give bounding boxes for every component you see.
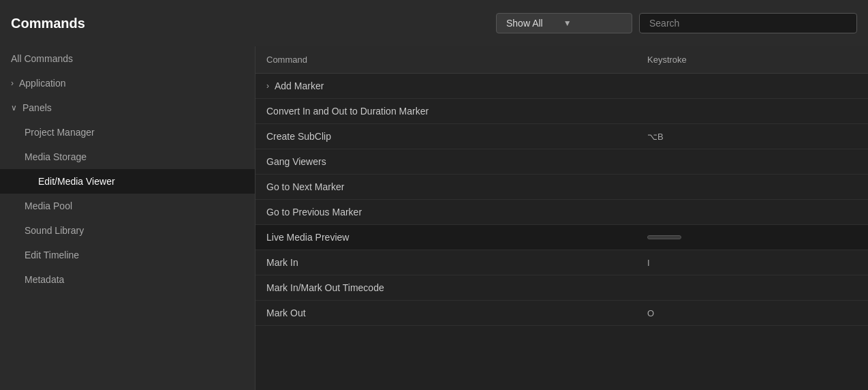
- command-label-convert-in-out: Convert In and Out to Duration Marker: [266, 106, 429, 117]
- command-name-go-next-marker: Go to Next Marker: [255, 181, 636, 192]
- keystroke-mark-out: O: [636, 308, 868, 318]
- search-input[interactable]: [639, 13, 857, 33]
- show-all-label: Show All: [506, 18, 543, 29]
- sidebar-label-edit-timeline: Edit Timeline: [25, 250, 79, 260]
- command-row-add-marker[interactable]: ›Add Marker: [255, 74, 868, 99]
- expand-icon-add-marker[interactable]: ›: [266, 81, 269, 91]
- command-list[interactable]: ›Add MarkerConvert In and Out to Duratio…: [255, 74, 868, 390]
- command-row-mark-out[interactable]: Mark OutO: [255, 301, 868, 326]
- sidebar-item-metadata[interactable]: Metadata: [0, 267, 255, 292]
- header-controls: Show All ▼: [496, 13, 857, 33]
- command-label-mark-out: Mark Out: [266, 308, 306, 318]
- command-row-go-next-marker[interactable]: Go to Next Marker: [255, 175, 868, 200]
- command-row-convert-in-out[interactable]: Convert In and Out to Duration Marker: [255, 99, 868, 124]
- sidebar-item-edit-media-viewer[interactable]: Edit/Media Viewer: [0, 169, 255, 194]
- command-name-mark-in: Mark In: [255, 257, 636, 268]
- sidebar-label-project-manager: Project Manager: [25, 127, 95, 138]
- keystroke-create-subclip: ⌥B: [636, 132, 868, 142]
- col-keystroke-header: Keystroke: [636, 52, 868, 68]
- sidebar-label-media-pool: Media Pool: [25, 200, 72, 211]
- command-name-mark-in-out-timecode: Mark In/Mark Out Timecode: [255, 282, 636, 293]
- command-row-gang-viewers[interactable]: Gang Viewers: [255, 149, 868, 175]
- command-label-live-media-preview: Live Media Preview: [266, 232, 349, 243]
- chevron-down-icon: ▼: [563, 18, 572, 28]
- command-row-mark-in[interactable]: Mark InI: [255, 250, 868, 275]
- command-row-create-subclip[interactable]: Create SubClip⌥B: [255, 124, 868, 149]
- command-label-add-marker: Add Marker: [275, 80, 324, 91]
- command-row-go-prev-marker[interactable]: Go to Previous Marker: [255, 200, 868, 225]
- arrow-icon-panels: ∨: [11, 103, 17, 112]
- sidebar-label-panels: Panels: [22, 102, 52, 113]
- table-header: Command Keystroke: [255, 46, 868, 74]
- command-name-create-subclip: Create SubClip: [255, 131, 636, 142]
- keystroke-live-media-preview: [636, 235, 868, 239]
- sidebar-label-metadata: Metadata: [25, 274, 64, 285]
- sidebar-label-application: Application: [19, 78, 66, 89]
- command-name-gang-viewers: Gang Viewers: [255, 156, 636, 167]
- command-name-convert-in-out: Convert In and Out to Duration Marker: [255, 106, 636, 117]
- sidebar-item-project-manager[interactable]: Project Manager: [0, 120, 255, 145]
- sidebar-label-edit-media-viewer: Edit/Media Viewer: [38, 176, 115, 187]
- sidebar-item-application[interactable]: ›Application: [0, 71, 255, 95]
- command-panel: Command Keystroke ›Add MarkerConvert In …: [255, 46, 868, 390]
- sidebar: All Commands›Application∨PanelsProject M…: [0, 46, 255, 390]
- command-row-mark-in-out-timecode[interactable]: Mark In/Mark Out Timecode: [255, 275, 868, 301]
- sidebar-label-sound-library: Sound Library: [25, 225, 84, 236]
- arrow-icon-application: ›: [11, 78, 14, 88]
- sidebar-label-all-commands: All Commands: [11, 53, 73, 64]
- command-label-go-next-marker: Go to Next Marker: [266, 181, 344, 192]
- main-layout: All Commands›Application∨PanelsProject M…: [0, 46, 868, 390]
- command-label-create-subclip: Create SubClip: [266, 131, 331, 142]
- sidebar-label-media-storage: Media Storage: [25, 151, 87, 162]
- show-all-dropdown[interactable]: Show All ▼: [496, 13, 632, 33]
- command-label-go-prev-marker: Go to Previous Marker: [266, 207, 362, 217]
- command-label-mark-in: Mark In: [266, 257, 298, 268]
- keystroke-box-live-media-preview: [647, 235, 681, 239]
- command-label-gang-viewers: Gang Viewers: [266, 156, 326, 167]
- command-name-live-media-preview: Live Media Preview: [255, 232, 636, 243]
- command-name-go-prev-marker: Go to Previous Marker: [255, 207, 636, 217]
- sidebar-item-edit-timeline[interactable]: Edit Timeline: [0, 243, 255, 267]
- sidebar-item-media-pool[interactable]: Media Pool: [0, 194, 255, 218]
- header: Commands Show All ▼: [0, 0, 868, 46]
- page-title: Commands: [11, 16, 496, 31]
- command-name-mark-out: Mark Out: [255, 308, 636, 318]
- sidebar-item-panels[interactable]: ∨Panels: [0, 95, 255, 120]
- command-name-add-marker: ›Add Marker: [255, 80, 636, 91]
- col-command-header: Command: [255, 52, 636, 68]
- keystroke-mark-in: I: [636, 258, 868, 268]
- command-label-mark-in-out-timecode: Mark In/Mark Out Timecode: [266, 282, 384, 293]
- sidebar-item-sound-library[interactable]: Sound Library: [0, 218, 255, 243]
- sidebar-item-media-storage[interactable]: Media Storage: [0, 145, 255, 169]
- sidebar-item-all-commands[interactable]: All Commands: [0, 46, 255, 71]
- command-row-live-media-preview[interactable]: Live Media Preview: [255, 225, 868, 250]
